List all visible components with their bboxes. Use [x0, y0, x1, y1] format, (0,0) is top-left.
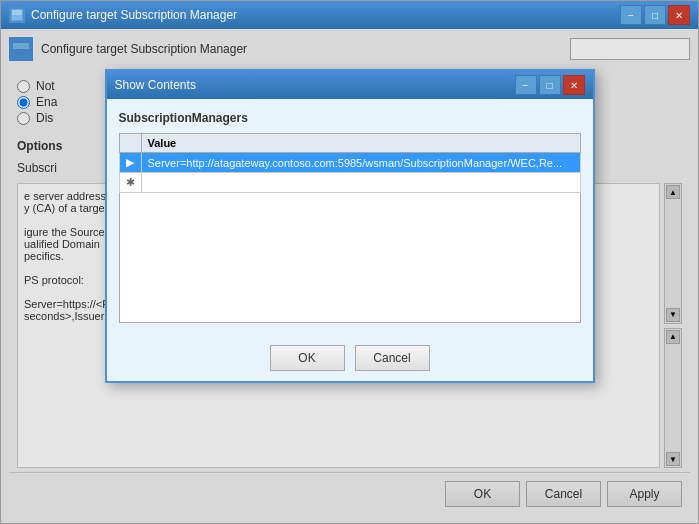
maximize-button[interactable]: □: [644, 5, 666, 25]
main-content: Configure target Subscription Manager No…: [1, 29, 698, 523]
row-arrow-empty: ✱: [119, 173, 141, 193]
modal-close-button[interactable]: ✕: [563, 75, 585, 95]
modal-title-bar: Show Contents − □ ✕: [107, 71, 593, 99]
row-value-empty: [141, 173, 580, 193]
modal-ok-button[interactable]: OK: [270, 345, 345, 371]
modal-title: Show Contents: [115, 78, 196, 92]
modal-overlay: Show Contents − □ ✕ SubscriptionManagers: [1, 29, 698, 523]
table-row[interactable]: ✱: [119, 173, 580, 193]
row-value: Server=http://atagateway.contoso.com:598…: [141, 153, 580, 173]
title-bar-controls: − □ ✕: [620, 5, 690, 25]
modal-table: Value ▶ Server=http://atagateway.contoso…: [119, 133, 581, 193]
minimize-button[interactable]: −: [620, 5, 642, 25]
table-value-header: Value: [141, 134, 580, 153]
modal-maximize-button[interactable]: □: [539, 75, 561, 95]
modal-footer: OK Cancel: [107, 335, 593, 381]
app-icon: [9, 7, 25, 23]
modal-minimize-button[interactable]: −: [515, 75, 537, 95]
main-window: Configure target Subscription Manager − …: [0, 0, 699, 524]
modal-controls: − □ ✕: [515, 75, 585, 95]
modal-section-title: SubscriptionManagers: [119, 111, 581, 125]
show-contents-modal: Show Contents − □ ✕ SubscriptionManagers: [105, 69, 595, 383]
empty-table-area: [119, 193, 581, 323]
row-arrow: ▶: [119, 153, 141, 173]
close-button[interactable]: ✕: [668, 5, 690, 25]
title-bar-left: Configure target Subscription Manager: [9, 7, 237, 23]
table-row[interactable]: ▶ Server=http://atagateway.contoso.com:5…: [119, 153, 580, 173]
modal-cancel-button[interactable]: Cancel: [355, 345, 430, 371]
title-bar: Configure target Subscription Manager − …: [1, 1, 698, 29]
modal-content: SubscriptionManagers Value ▶: [107, 99, 593, 335]
table-arrow-col-header: [119, 134, 141, 153]
svg-rect-1: [12, 10, 22, 15]
window-title: Configure target Subscription Manager: [31, 8, 237, 22]
